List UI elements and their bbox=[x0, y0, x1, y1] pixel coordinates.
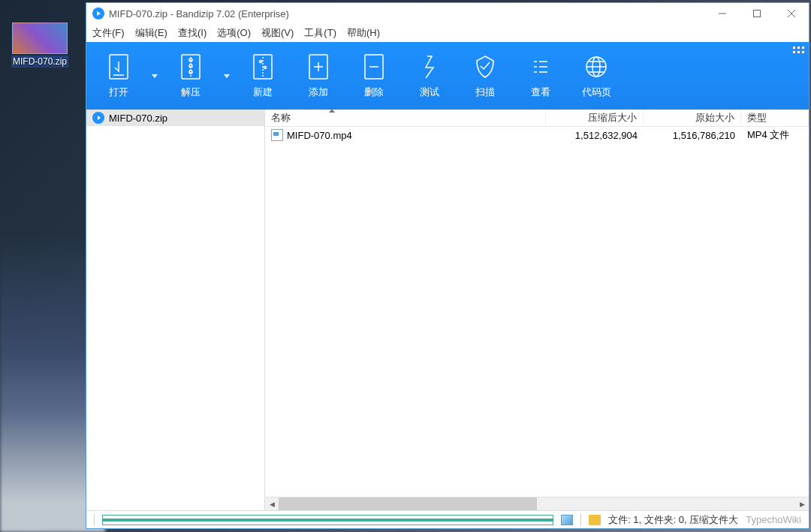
titlebar[interactable]: MIFD-070.zip - Bandizip 7.02 (Enterprise… bbox=[86, 3, 809, 24]
delete-button[interactable]: 删除 bbox=[346, 42, 402, 110]
folder-icon[interactable] bbox=[589, 515, 601, 525]
column-original[interactable]: 原始大小 bbox=[644, 110, 741, 126]
watermark: TypechoWiki bbox=[746, 514, 801, 525]
menu-options[interactable]: 选项(O) bbox=[217, 26, 251, 40]
test-icon bbox=[417, 53, 442, 81]
add-button[interactable]: 添加 bbox=[291, 42, 346, 110]
codepage-button[interactable]: 代码页 bbox=[568, 42, 624, 110]
horizontal-scrollbar[interactable]: ◀ ▶ bbox=[265, 497, 809, 510]
tree-root-label: MIFD-070.zip bbox=[109, 113, 167, 124]
svg-rect-1 bbox=[754, 11, 761, 17]
svg-point-13 bbox=[260, 61, 262, 63]
menu-tools[interactable]: 工具(T) bbox=[304, 26, 336, 40]
view-icon bbox=[528, 53, 553, 81]
open-icon bbox=[106, 53, 131, 81]
extract-button[interactable]: 解压 bbox=[163, 42, 219, 110]
file-thumbnail bbox=[12, 23, 68, 54]
test-button[interactable]: 测试 bbox=[402, 42, 457, 110]
minimize-button[interactable] bbox=[705, 3, 740, 24]
toolbar: 打开 解压 新建 添加 删除 测试 扫描 查看 bbox=[86, 42, 809, 110]
column-name[interactable]: 名称 bbox=[265, 110, 546, 126]
column-type[interactable]: 类型 bbox=[741, 110, 809, 126]
file-name: MIFD-070.mp4 bbox=[287, 130, 352, 141]
scroll-right-icon[interactable]: ▶ bbox=[795, 497, 809, 510]
app-icon bbox=[92, 8, 104, 20]
new-button[interactable]: 新建 bbox=[235, 42, 291, 110]
window-title: MIFD-070.zip - Bandizip 7.02 (Enterprise… bbox=[109, 8, 705, 20]
bandizip-window: MIFD-070.zip - Bandizip 7.02 (Enterprise… bbox=[86, 2, 809, 529]
statusbar: 文件: 1, 文件夹: 0, 压缩文件大TypechoWiki bbox=[86, 510, 809, 528]
open-button[interactable]: 打开 bbox=[91, 42, 146, 110]
menu-edit[interactable]: 编辑(E) bbox=[135, 26, 167, 40]
scroll-thumb[interactable] bbox=[279, 497, 537, 510]
scan-button[interactable]: 扫描 bbox=[457, 42, 513, 110]
file-label: MIFD-070.zip bbox=[11, 56, 68, 68]
menu-file[interactable]: 文件(F) bbox=[92, 26, 125, 40]
menu-help[interactable]: 帮助(H) bbox=[347, 26, 380, 40]
desktop-file-icon[interactable]: MIFD-070.zip bbox=[6, 23, 74, 68]
file-original-size: 1,516,786,210 bbox=[644, 130, 741, 141]
view-button[interactable]: 查看 bbox=[513, 42, 568, 110]
new-icon bbox=[250, 53, 276, 81]
toolbar-grip-icon[interactable] bbox=[793, 47, 804, 53]
menu-view[interactable]: 视图(V) bbox=[261, 26, 294, 40]
add-icon bbox=[306, 53, 331, 81]
tree-root-item[interactable]: MIFD-070.zip bbox=[86, 110, 264, 126]
maximize-button[interactable] bbox=[740, 3, 774, 24]
status-text: 文件: 1, 文件夹: 0, 压缩文件大 bbox=[608, 513, 738, 527]
open-dropdown[interactable] bbox=[146, 42, 163, 110]
video-file-icon bbox=[271, 129, 283, 141]
view-preview-icon[interactable] bbox=[561, 515, 573, 525]
column-headers: 名称 压缩后大小 原始大小 类型 bbox=[265, 110, 809, 127]
column-packed[interactable]: 压缩后大小 bbox=[546, 110, 644, 126]
file-row[interactable]: MIFD-070.mp4 1,512,632,904 1,516,786,210… bbox=[265, 127, 809, 143]
svg-point-14 bbox=[264, 67, 267, 69]
scan-icon bbox=[472, 53, 498, 81]
archive-icon bbox=[92, 112, 104, 124]
view-list-icon[interactable] bbox=[102, 515, 553, 525]
file-packed-size: 1,512,632,904 bbox=[546, 130, 644, 141]
tree-panel: MIFD-070.zip bbox=[86, 110, 265, 510]
delete-icon bbox=[361, 53, 387, 81]
menubar: 文件(F) 编辑(E) 查找(I) 选项(O) 视图(V) 工具(T) 帮助(H… bbox=[86, 24, 809, 42]
extract-icon bbox=[178, 53, 204, 81]
globe-icon bbox=[583, 53, 609, 81]
extract-dropdown[interactable] bbox=[219, 42, 235, 110]
sort-indicator-icon bbox=[329, 110, 335, 113]
scroll-left-icon[interactable]: ◀ bbox=[265, 497, 279, 510]
file-type: MP4 文件 bbox=[741, 128, 809, 142]
menu-find[interactable]: 查找(I) bbox=[178, 26, 207, 40]
file-list-panel: 名称 压缩后大小 原始大小 类型 MIFD-070.mp4 1,512,632,… bbox=[265, 110, 809, 510]
close-button[interactable] bbox=[774, 3, 809, 24]
